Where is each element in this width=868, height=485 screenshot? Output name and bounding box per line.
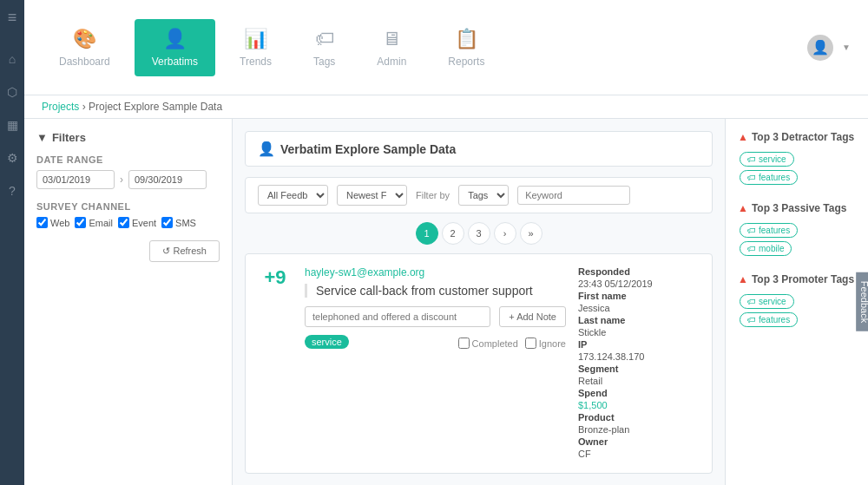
passive-tag-mobile[interactable]: 🏷 mobile [740,241,792,256]
page-next-button[interactable]: › [494,222,516,245]
keyword-input[interactable] [517,186,630,205]
home-icon[interactable]: ⌂ [3,50,21,68]
tag-chip-icon: 🏷 [747,154,756,164]
score-badge: +9 [258,266,293,461]
survey-channel-section: Survey channel Web Email Event SMS [36,201,220,228]
top-right: 👤 ▼ [807,35,851,61]
breadcrumb-parent[interactable]: Projects [42,101,79,113]
page-2-button[interactable]: 2 [442,222,464,245]
passive-tag-features[interactable]: 🏷 features [740,223,798,238]
dashboard-icon: 🎨 [73,28,96,50]
filter-by-label: Filter by [416,190,450,200]
chevron-down-icon[interactable]: ▼ [842,43,851,52]
main-content: 🎨 Dashboard 👤 Verbatims 📊 Trends 🏷 Tags … [24,0,868,485]
tab-admin[interactable]: 🖥 Admin [359,19,424,76]
card-text: Service call-back from customer support [305,284,566,298]
detractor-tags-list: 🏷 service 🏷 features [738,150,856,187]
channel-checkboxes: Web Email Event SMS [36,217,220,228]
refresh-button[interactable]: ↺ Refresh [149,240,220,262]
tag-chip-icon: 🏷 [747,297,756,306]
passive-tags-list: 🏷 features 🏷 mobile [738,221,856,258]
tag-chip-icon: 🏷 [747,244,756,253]
service-tag[interactable]: service [305,335,349,349]
tag-chip-icon: 🏷 [747,226,756,235]
tag-chip-icon: 🏷 [747,315,756,324]
promoter-tag-features[interactable]: 🏷 features [740,312,798,327]
chart-icon[interactable]: ▦ [3,116,21,134]
verbatim-area: 👤 Verbatim Explore Sample Data All Feedb… [233,119,725,485]
hamburger-icon[interactable]: ≡ [3,9,21,26]
tab-verbatims[interactable]: 👤 Verbatims [135,19,215,76]
passive-arrow-icon: ▲ [738,202,748,214]
tag-filter-select[interactable]: Tags [458,185,509,206]
top-nav: 🎨 Dashboard 👤 Verbatims 📊 Trends 🏷 Tags … [24,0,868,95]
date-arrow-icon: › [120,174,123,186]
detractor-tag-service[interactable]: 🏷 service [740,152,794,167]
cog-icon[interactable]: ⚙ [3,149,21,167]
refresh-icon: ↺ [162,246,170,256]
page-last-button[interactable]: » [520,222,542,245]
page-3-button[interactable]: 3 [468,222,490,245]
date-from-input[interactable] [36,170,115,189]
promoter-arrow-icon: ▲ [738,273,748,285]
breadcrumb-current: Project Explore Sample Data [89,101,222,113]
pagination: 1 2 3 › » [245,222,713,245]
card-email[interactable]: hayley-sw1@example.org [305,266,566,279]
tab-trends[interactable]: 📊 Trends [222,19,289,76]
note-input[interactable] [305,306,490,327]
survey-channel-label: Survey channel [36,201,220,212]
tag-icon[interactable]: ⬡ [3,83,21,101]
filter-title: ▼ Filters [36,131,220,144]
detractor-tag-features[interactable]: 🏷 features [740,170,798,185]
promoter-tags-list: 🏷 service 🏷 features [738,292,856,329]
date-range: › [36,170,220,189]
feedback-tab[interactable]: Feedback [856,272,868,331]
tab-dashboard[interactable]: 🎨 Dashboard [42,19,128,76]
filter-icon: ▼ [36,131,48,144]
card-body: hayley-sw1@example.org Service call-back… [305,266,566,461]
promoter-tag-service[interactable]: 🏷 service [740,294,794,309]
avatar[interactable]: 👤 [807,35,833,61]
channel-email[interactable]: Email [75,217,113,228]
tags-panel: ▲ Top 3 Detractor Tags 🏷 service 🏷 featu… [725,119,868,485]
ignore-check[interactable]: Ignore [525,338,566,349]
channel-web[interactable]: Web [36,217,69,228]
tags-icon: 🏷 [315,28,334,50]
date-to-input[interactable] [128,170,207,189]
promoter-tags-section: ▲ Top 3 Promoter Tags 🏷 service 🏷 featur… [738,273,856,329]
card-note-row: + Add Note [305,306,566,327]
tag-chip-icon: 🏷 [747,173,756,182]
tab-admin-label: Admin [377,56,406,68]
channel-event[interactable]: Event [118,217,156,228]
completed-check[interactable]: Completed [458,338,518,349]
verbatim-card: +9 hayley-sw1@example.org Service call-b… [245,253,713,474]
card-info: Responded 23:43 05/12/2019 First name Je… [578,266,700,461]
trends-icon: 📊 [244,28,267,50]
detractor-tags-section: ▲ Top 3 Detractor Tags 🏷 service 🏷 featu… [738,131,856,187]
verbatim-header: 👤 Verbatim Explore Sample Data [245,131,713,167]
feed-select[interactable]: All Feedb [258,185,328,206]
filter-panel: ▼ Filters Date range › Survey channel We… [24,119,233,485]
tab-tags[interactable]: 🏷 Tags [296,19,352,76]
promoter-title: ▲ Top 3 Promoter Tags [738,273,856,285]
nav-tabs: 🎨 Dashboard 👤 Verbatims 📊 Trends 🏷 Tags … [42,19,502,76]
tab-dashboard-label: Dashboard [59,56,110,68]
card-actions: Completed Ignore [458,338,566,349]
passive-title: ▲ Top 3 Passive Tags [738,202,856,214]
date-range-label: Date range [36,154,220,165]
sidebar: ≡ ⌂ ⬡ ▦ ⚙ ? [0,0,24,485]
detractor-arrow-icon: ▲ [738,131,748,143]
add-note-icon: + [509,311,514,322]
channel-sms[interactable]: SMS [161,217,196,228]
question-icon[interactable]: ? [3,182,21,200]
tag-row: service [305,335,349,349]
add-note-button[interactable]: + Add Note [499,306,566,327]
body-area: ▼ Filters Date range › Survey channel We… [24,119,868,485]
sort-select[interactable]: Newest F [337,185,407,206]
tab-reports-label: Reports [448,56,484,68]
reports-icon: 📋 [455,28,478,50]
tab-reports[interactable]: 📋 Reports [431,19,502,76]
page-1-button[interactable]: 1 [416,222,438,245]
verbatim-person-icon: 👤 [258,141,275,157]
filter-bar: All Feedb Newest F Filter by Tags [245,177,713,213]
